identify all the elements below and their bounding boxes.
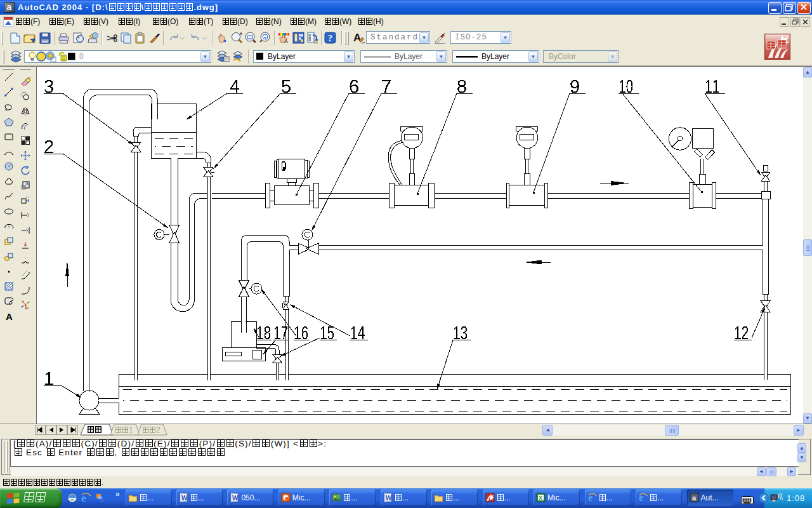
svg-text:A: A [284,38,288,44]
svg-text:W: W [181,495,188,502]
svg-text:a: a [692,494,697,502]
svg-text:W: W [386,495,392,502]
svg-text:A: A [6,311,13,321]
svg-text:A: A [353,32,361,44]
svg-text:W: W [232,495,239,502]
svg-text:?: ? [328,34,332,43]
svg-text:X: X [539,495,542,501]
